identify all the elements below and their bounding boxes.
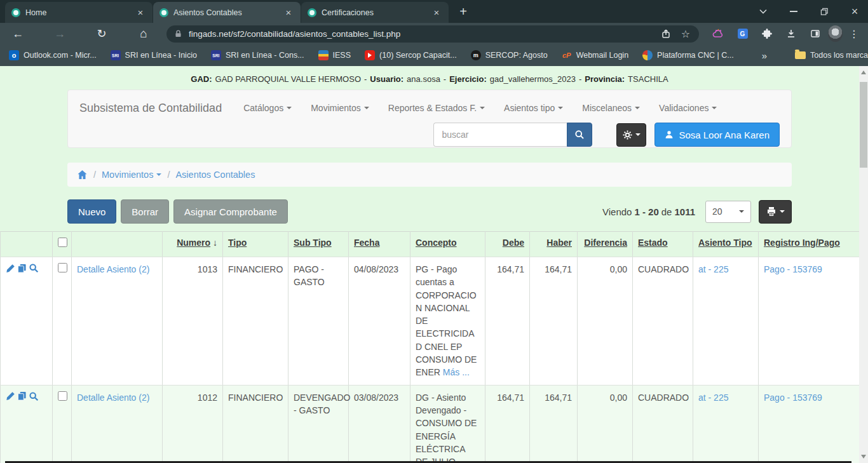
gear-icon (623, 130, 632, 140)
share-icon[interactable] (661, 29, 671, 39)
main-menu: Catálogos Movimientos Reportes & Estados… (243, 103, 717, 113)
downloads-icon[interactable] (782, 25, 800, 43)
bookmark-star-icon[interactable]: ☆ (681, 28, 690, 40)
subtipo-cell: DEVENGADO - GASTO (288, 385, 349, 463)
bookmark-cnc[interactable]: Plataforma CNC | C... (642, 50, 734, 60)
search-button[interactable] (567, 123, 592, 147)
asiento-tipo-link[interactable]: at - 225 (698, 393, 728, 403)
url-text[interactable]: fingads.net/sf2/contabilidad/asientos_co… (189, 29, 654, 39)
asiento-tipo-column-header[interactable]: Asiento Tipo (693, 232, 759, 257)
debe-column-header[interactable]: Debe (485, 232, 530, 257)
chevron-down-icon (780, 210, 785, 213)
tab-search-chevron-icon[interactable] (759, 7, 768, 16)
subtipo-column-header[interactable]: Sub Tipo (288, 232, 349, 257)
browser-tab-asientos-contables[interactable]: Asientos Contables × (153, 2, 301, 23)
view-search-icon[interactable] (29, 263, 39, 273)
side-panel-icon[interactable] (806, 25, 824, 43)
settings-button[interactable] (616, 123, 646, 147)
edit-pencil-icon[interactable] (6, 264, 15, 273)
registro-column-header[interactable]: Registro Ing/Pago (759, 232, 860, 257)
bookmark-sercop-agosto[interactable]: m SERCOP: Agosto (471, 50, 548, 60)
scroll-up-icon[interactable] (861, 70, 866, 74)
minimize-button[interactable] (789, 7, 798, 16)
user-account-button[interactable]: Sosa Loor Ana Karen (654, 123, 780, 147)
extensions-puzzle-icon[interactable] (757, 25, 776, 43)
menu-movimientos[interactable]: Movimientos (311, 103, 369, 113)
chevron-down-icon (558, 107, 563, 109)
fecha-column-header[interactable]: Fecha (349, 232, 410, 257)
tab-close-icon[interactable]: × (283, 7, 294, 18)
profile-avatar[interactable] (828, 25, 843, 42)
page-size-select[interactable]: 20 (705, 201, 751, 223)
diferencia-column-header[interactable]: Diferencia (578, 232, 633, 257)
numero-cell: 1013 (163, 257, 223, 386)
breadcrumb-separator: / (167, 170, 170, 180)
bookmark-webmail[interactable]: cP Webmail Login (562, 50, 628, 60)
back-icon[interactable]: ← (9, 25, 27, 43)
asignar-comprobante-button[interactable]: Asignar Comprobante (173, 199, 288, 224)
registro-pago-link[interactable]: Pago - 153769 (764, 393, 822, 403)
translate-extension-icon[interactable]: G (733, 25, 752, 43)
menu-validaciones[interactable]: Validaciones (659, 103, 717, 113)
home-icon[interactable] (77, 170, 88, 180)
close-window-button[interactable]: × (850, 7, 859, 16)
edit-pencil-icon[interactable] (6, 391, 15, 401)
new-tab-button[interactable]: + (454, 3, 472, 21)
session-context-bar: GAD: GAD PARROQUIAL VALLE HERMOSO - Usua… (0, 66, 859, 84)
tipo-column-header[interactable]: Tipo (223, 232, 288, 257)
detalle-asiento-link[interactable]: Detalle Asiento (2) (77, 264, 149, 274)
browser-menu-kebab-icon[interactable]: ⋮ (849, 28, 859, 40)
bookmarks-overflow-icon[interactable]: » (762, 50, 767, 61)
numero-column-header[interactable]: Numero ↓ (163, 232, 223, 257)
row-checkbox[interactable] (58, 263, 67, 272)
separator: - (364, 74, 367, 84)
browser-tab-home[interactable]: Home × (5, 2, 153, 23)
bookmark-iess[interactable]: IESS (318, 50, 351, 60)
bookmark-sri-inicio[interactable]: SRI SRI en Línea - Inicio (111, 50, 197, 60)
weather-extension-icon[interactable] (709, 25, 728, 43)
row-checkbox[interactable] (58, 391, 67, 401)
copy-icon[interactable] (17, 264, 27, 273)
nuevo-button[interactable]: Nuevo (67, 199, 116, 224)
scrollbar-thumb[interactable] (860, 82, 867, 168)
user-icon (665, 130, 674, 139)
reload-icon[interactable]: ↻ (93, 25, 111, 43)
bookmark-sercop-youtube[interactable]: (10) Sercop Capacit... (365, 50, 457, 60)
haber-column-header[interactable]: Haber (530, 232, 578, 257)
restore-button[interactable] (820, 7, 829, 16)
home-icon[interactable]: ⌂ (135, 25, 153, 43)
concepto-column-header[interactable]: Concepto (410, 232, 485, 257)
concepto-cell: DG - Asiento Devengado - CONSUMO DE ENER… (410, 385, 485, 463)
mas-link[interactable]: Más ... (443, 367, 470, 377)
print-button[interactable] (759, 200, 792, 224)
detalle-asiento-link[interactable]: Detalle Asiento (2) (77, 393, 149, 403)
view-search-icon[interactable] (29, 391, 39, 401)
select-all-checkbox[interactable] (58, 238, 67, 247)
breadcrumb-movimientos[interactable]: Movimientos (102, 170, 161, 180)
all-bookmarks-button[interactable]: Todos los marcadores (795, 51, 868, 60)
menu-miscelaneos[interactable]: Miscelaneos (582, 103, 640, 113)
address-bar[interactable]: fingads.net/sf2/contabilidad/asientos_co… (166, 25, 699, 43)
browser-tab-certificaciones[interactable]: Certificaciones × (301, 2, 449, 23)
actions-column-header (1, 232, 53, 257)
estado-column-header[interactable]: Estado (633, 232, 693, 257)
borrar-button[interactable]: Borrar (121, 199, 169, 224)
search-input[interactable] (433, 123, 567, 147)
chevron-down-icon (635, 107, 640, 109)
page-scrollbar[interactable] (859, 66, 868, 463)
menu-reportes[interactable]: Reportes & Estados F. (388, 103, 485, 113)
concepto-cell: PG - Pago cuentas a CORPORACION NACIONAL… (410, 257, 485, 386)
asiento-tipo-link[interactable]: at - 225 (698, 264, 728, 274)
usuario-label: Usuario: (370, 74, 403, 84)
bookmark-label: SRI en Línea - Inicio (125, 51, 197, 60)
menu-catalogos[interactable]: Catálogos (243, 103, 292, 113)
copy-icon[interactable] (17, 391, 27, 401)
bookmark-sri-consultas[interactable]: SRI SRI en Línea - Cons... (211, 50, 304, 60)
tab-close-icon[interactable]: × (135, 7, 146, 18)
table-row: Detalle Asiento (2) 1012 FINANCIERO DEVE… (1, 385, 860, 463)
registro-pago-link[interactable]: Pago - 153769 (764, 264, 822, 274)
menu-asientos-tipo[interactable]: Asientos tipo (504, 103, 563, 113)
tab-close-icon[interactable]: × (431, 7, 442, 18)
bookmark-outlook[interactable]: o Outlook.com - Micr... (9, 50, 97, 60)
scroll-down-icon[interactable] (861, 455, 866, 459)
